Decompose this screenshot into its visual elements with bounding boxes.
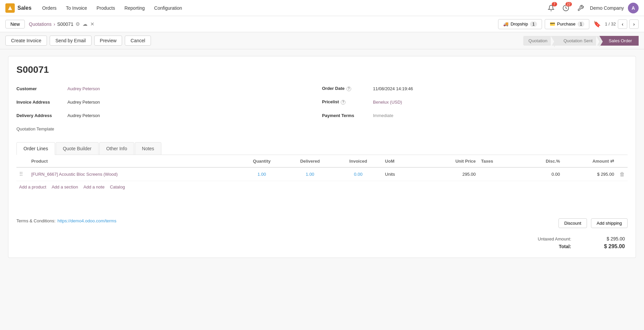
add-section-link[interactable]: Add a section	[52, 184, 78, 189]
bookmark-button[interactable]: 🔖	[593, 20, 601, 28]
quotation-template-row: Quotation Template	[16, 123, 322, 134]
terms-label: Terms & Conditions:	[16, 218, 55, 223]
total-label: Total:	[559, 244, 571, 249]
notifications-btn[interactable]: 7	[546, 3, 556, 13]
add-product-link[interactable]: Add a product	[19, 184, 46, 189]
actions-cell: 🗑	[617, 167, 628, 181]
th-amount: Amount ⇄	[563, 155, 617, 167]
delivered-cell: 1.00	[286, 167, 334, 181]
pricelist-row: Pricelist ? Benelux (USD)	[322, 97, 628, 107]
prev-record-button[interactable]: ‹	[618, 19, 627, 29]
delivery-address-value: Audrey Peterson	[67, 113, 100, 118]
untaxed-amount-row: Untaxed Amount: $ 295.00	[524, 236, 625, 241]
breadcrumb: Quotations › S00071 ⚙ ☁ ✕	[29, 21, 95, 27]
breadcrumb-separator: ›	[54, 21, 55, 27]
new-button[interactable]: New	[5, 20, 25, 29]
payment-terms-value: Immediate	[373, 113, 393, 118]
nav-orders[interactable]: Orders	[38, 3, 61, 13]
product-name[interactable]: [FURN_6667] Acoustic Bloc Screens (Wood)	[31, 172, 118, 177]
total-value: $ 295.00	[598, 243, 625, 250]
cloud-icon[interactable]: ☁	[83, 21, 88, 27]
tools-btn[interactable]	[575, 3, 586, 13]
quantity-value[interactable]: 1.00	[258, 172, 266, 177]
notifications-badge: 7	[552, 2, 557, 6]
pipeline-quotation-sent[interactable]: Quotation Sent	[554, 36, 599, 46]
add-shipping-button[interactable]: Add shipping	[591, 218, 628, 228]
pricelist-value[interactable]: Benelux (USD)	[373, 100, 402, 105]
nav-configuration[interactable]: Configuration	[150, 3, 186, 13]
order-table: Product Quantity Delivered Invoiced UoM …	[16, 155, 628, 181]
nav-reporting[interactable]: Reporting	[120, 3, 149, 13]
dropship-button[interactable]: 🚚 Dropship 1	[498, 19, 542, 29]
brand[interactable]: Sales	[5, 3, 32, 13]
nav-products[interactable]: Products	[93, 3, 119, 13]
adjust-columns-icon[interactable]: ⇄	[610, 158, 614, 164]
th-taxes: Taxes	[478, 155, 521, 167]
form-right: Order Date ? 11/08/2024 14:19:46 Priceli…	[322, 83, 628, 134]
pipeline-quotation[interactable]: Quotation	[523, 36, 554, 46]
settings-icon[interactable]: ⚙	[75, 21, 80, 27]
payment-terms-row: Payment Terms Immediate	[322, 110, 628, 121]
disc-value: 0.00	[551, 172, 560, 177]
th-product: Product	[29, 155, 237, 167]
customer-row: Customer Audrey Peterson	[16, 83, 322, 94]
order-date-label: Order Date ?	[322, 86, 369, 91]
terms-link[interactable]: https://demo4.odoo.com/terms	[57, 218, 116, 223]
tabs: Order Lines Quote Builder Other Info Not…	[16, 142, 628, 155]
th-drag	[16, 155, 29, 167]
delivered-value[interactable]: 1.00	[306, 172, 314, 177]
brand-label: Sales	[17, 5, 32, 11]
drag-handle-icon[interactable]: ⠿	[19, 171, 23, 177]
tab-other-info[interactable]: Other Info	[99, 142, 134, 155]
order-date-help[interactable]: ?	[346, 87, 351, 91]
tab-notes[interactable]: Notes	[135, 142, 161, 155]
uom-value: Units	[385, 172, 395, 177]
close-icon[interactable]: ✕	[90, 21, 95, 27]
th-invoiced: Invoiced	[334, 155, 382, 167]
status-buttons: 🚚 Dropship 1 💳 Purchase 1	[498, 19, 589, 29]
navbar-right: 7 22 Demo Company A	[546, 3, 639, 13]
document-title: S00071	[16, 64, 628, 75]
purchase-label: Purchase	[557, 21, 576, 26]
totals-table: Untaxed Amount: $ 295.00 Total: $ 295.00	[522, 236, 628, 250]
purchase-button[interactable]: 💳 Purchase 1	[545, 19, 590, 29]
card-icon: 💳	[550, 21, 555, 26]
uom-cell: Units	[382, 167, 424, 181]
unit-price-cell: 295.00	[424, 167, 478, 181]
table-body: ⠿ [FURN_6667] Acoustic Bloc Screens (Woo…	[16, 167, 628, 181]
dropship-count: 1	[530, 21, 537, 27]
tab-order-lines[interactable]: Order Lines	[16, 142, 55, 155]
cancel-button[interactable]: Cancel	[125, 36, 151, 46]
pricelist-help[interactable]: ?	[341, 100, 345, 105]
th-quantity: Quantity	[238, 155, 286, 167]
total-row: Total: $ 295.00	[524, 243, 625, 250]
messages-btn[interactable]: 22	[560, 3, 571, 13]
pricelist-label: Pricelist ?	[322, 99, 369, 105]
form-grid: Customer Audrey Peterson Invoice Address…	[16, 83, 628, 134]
order-date-value: 11/08/2024 14:19:46	[373, 86, 413, 91]
status-pipeline: Quotation Quotation Sent Sales Order	[523, 36, 639, 46]
wrench-icon	[577, 5, 584, 11]
delivery-address-label: Delivery Address	[16, 113, 63, 118]
next-record-button[interactable]: ›	[629, 19, 639, 29]
add-note-link[interactable]: Add a note	[84, 184, 105, 189]
preview-button[interactable]: Preview	[94, 36, 122, 46]
user-avatar[interactable]: A	[628, 3, 639, 13]
send-by-email-button[interactable]: Send by Email	[50, 36, 91, 46]
invoiced-value[interactable]: 0.00	[354, 172, 362, 177]
nav-to-invoice[interactable]: To Invoice	[62, 3, 91, 13]
bottom-layout: Terms & Conditions: https://demo4.odoo.c…	[16, 218, 628, 250]
order-date-row: Order Date ? 11/08/2024 14:19:46	[322, 83, 628, 94]
breadcrumb-parent[interactable]: Quotations	[29, 21, 52, 27]
disc-cell: 0.00	[521, 167, 563, 181]
company-name: Demo Company	[590, 5, 624, 11]
customer-value[interactable]: Audrey Peterson	[67, 86, 100, 91]
breadcrumb-icons: ⚙ ☁ ✕	[75, 21, 95, 27]
catalog-link[interactable]: Catalog	[110, 184, 125, 189]
discount-button[interactable]: Discount	[558, 218, 587, 228]
tab-quote-builder[interactable]: Quote Builder	[56, 142, 99, 155]
pipeline-sales-order[interactable]: Sales Order	[599, 36, 639, 46]
terms-row: Terms & Conditions: https://demo4.odoo.c…	[16, 218, 116, 223]
create-invoice-button[interactable]: Create Invoice	[5, 36, 47, 46]
delete-row-button[interactable]: 🗑	[620, 171, 625, 177]
